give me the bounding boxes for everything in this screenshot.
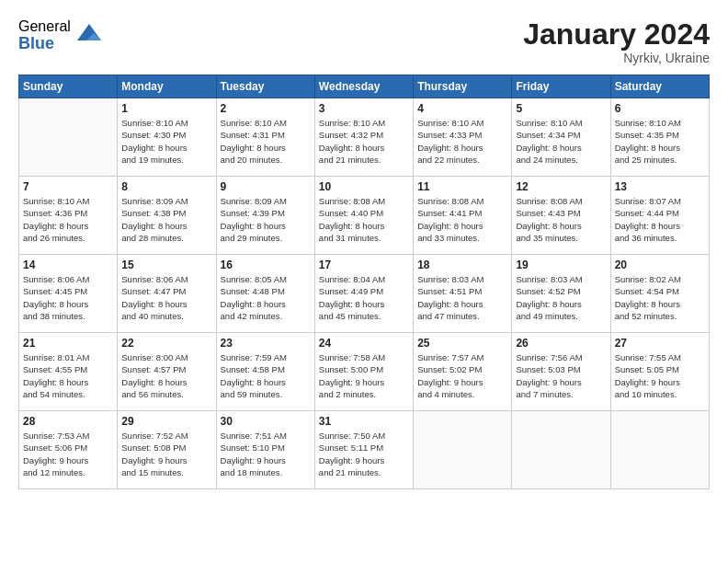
table-row [414, 411, 512, 489]
day-info: Sunrise: 8:09 AMSunset: 4:38 PMDaylight:… [121, 195, 211, 244]
table-row: 14Sunrise: 8:06 AMSunset: 4:45 PMDayligh… [19, 255, 118, 333]
table-row: 16Sunrise: 8:05 AMSunset: 4:48 PMDayligh… [216, 255, 314, 333]
day-number: 1 [121, 102, 211, 115]
day-number: 28 [23, 415, 113, 428]
day-number: 5 [516, 102, 606, 115]
day-number: 27 [615, 337, 705, 350]
logo-text: General Blue [18, 18, 71, 52]
table-row [610, 411, 709, 489]
day-number: 23 [221, 337, 311, 350]
calendar-week-5: 28Sunrise: 7:53 AMSunset: 5:06 PMDayligh… [19, 411, 710, 489]
table-row: 25Sunrise: 7:57 AMSunset: 5:02 PMDayligh… [414, 333, 512, 411]
calendar-week-1: 1Sunrise: 8:10 AMSunset: 4:30 PMDaylight… [19, 98, 710, 177]
day-info: Sunrise: 7:56 AMSunset: 5:03 PMDaylight:… [516, 351, 606, 400]
table-row [19, 98, 118, 177]
calendar-week-2: 7Sunrise: 8:10 AMSunset: 4:36 PMDaylight… [19, 177, 710, 255]
day-number: 17 [319, 259, 409, 271]
day-info: Sunrise: 8:00 AMSunset: 4:57 PMDaylight:… [121, 351, 211, 400]
day-number: 11 [417, 180, 507, 193]
day-info: Sunrise: 8:10 AMSunset: 4:35 PMDaylight:… [615, 117, 705, 166]
table-row: 10Sunrise: 8:08 AMSunset: 4:40 PMDayligh… [314, 177, 413, 255]
calendar-header-row: Sunday Monday Tuesday Wednesday Thursday… [19, 75, 710, 98]
table-row: 26Sunrise: 7:56 AMSunset: 5:03 PMDayligh… [512, 333, 610, 411]
day-number: 9 [221, 180, 311, 193]
table-row: 5Sunrise: 8:10 AMSunset: 4:34 PMDaylight… [512, 98, 610, 177]
day-number: 20 [615, 259, 705, 271]
day-number: 21 [23, 337, 113, 350]
day-info: Sunrise: 7:52 AMSunset: 5:08 PMDaylight:… [121, 430, 211, 478]
day-info: Sunrise: 8:08 AMSunset: 4:43 PMDaylight:… [516, 195, 606, 244]
table-row: 4Sunrise: 8:10 AMSunset: 4:33 PMDaylight… [414, 98, 512, 177]
day-info: Sunrise: 8:05 AMSunset: 4:48 PMDaylight:… [221, 273, 311, 322]
day-info: Sunrise: 8:09 AMSunset: 4:39 PMDaylight:… [221, 195, 311, 244]
table-row: 11Sunrise: 8:08 AMSunset: 4:41 PMDayligh… [414, 177, 512, 255]
calendar-week-3: 14Sunrise: 8:06 AMSunset: 4:45 PMDayligh… [19, 255, 710, 333]
col-saturday: Saturday [610, 75, 709, 98]
day-number: 22 [121, 337, 211, 350]
logo: General Blue [18, 18, 103, 52]
day-number: 26 [516, 337, 606, 350]
day-number: 24 [319, 337, 409, 350]
title-area: January 2024 Nyrkiv, Ukraine [523, 18, 710, 65]
table-row: 28Sunrise: 7:53 AMSunset: 5:06 PMDayligh… [19, 411, 118, 489]
table-row: 24Sunrise: 7:58 AMSunset: 5:00 PMDayligh… [314, 333, 413, 411]
col-thursday: Thursday [414, 75, 512, 98]
table-row: 30Sunrise: 7:51 AMSunset: 5:10 PMDayligh… [216, 411, 314, 489]
day-info: Sunrise: 8:06 AMSunset: 4:45 PMDaylight:… [23, 273, 113, 322]
day-info: Sunrise: 8:10 AMSunset: 4:33 PMDaylight:… [417, 117, 507, 166]
day-info: Sunrise: 8:03 AMSunset: 4:51 PMDaylight:… [417, 273, 507, 322]
table-row: 27Sunrise: 7:55 AMSunset: 5:05 PMDayligh… [610, 333, 709, 411]
table-row: 22Sunrise: 8:00 AMSunset: 4:57 PMDayligh… [118, 333, 216, 411]
day-number: 15 [121, 259, 211, 271]
day-info: Sunrise: 8:10 AMSunset: 4:31 PMDaylight:… [221, 117, 311, 166]
table-row: 15Sunrise: 8:06 AMSunset: 4:47 PMDayligh… [118, 255, 216, 333]
day-number: 10 [319, 180, 409, 193]
day-number: 31 [319, 415, 409, 428]
location: Nyrkiv, Ukraine [523, 51, 710, 65]
table-row: 2Sunrise: 8:10 AMSunset: 4:31 PMDaylight… [216, 98, 314, 177]
day-info: Sunrise: 8:02 AMSunset: 4:54 PMDaylight:… [615, 273, 705, 322]
day-info: Sunrise: 7:51 AMSunset: 5:10 PMDaylight:… [221, 430, 311, 478]
logo-general: General [18, 18, 71, 35]
table-row: 8Sunrise: 8:09 AMSunset: 4:38 PMDaylight… [118, 177, 216, 255]
table-row: 18Sunrise: 8:03 AMSunset: 4:51 PMDayligh… [414, 255, 512, 333]
table-row: 31Sunrise: 7:50 AMSunset: 5:11 PMDayligh… [314, 411, 413, 489]
col-wednesday: Wednesday [314, 75, 413, 98]
month-title: January 2024 [523, 18, 710, 51]
day-number: 18 [417, 259, 507, 271]
day-info: Sunrise: 8:10 AMSunset: 4:32 PMDaylight:… [319, 117, 409, 166]
day-info: Sunrise: 8:03 AMSunset: 4:52 PMDaylight:… [516, 273, 606, 322]
day-number: 2 [221, 102, 311, 115]
table-row: 7Sunrise: 8:10 AMSunset: 4:36 PMDaylight… [19, 177, 118, 255]
day-number: 13 [615, 180, 705, 193]
table-row: 3Sunrise: 8:10 AMSunset: 4:32 PMDaylight… [314, 98, 413, 177]
day-info: Sunrise: 7:55 AMSunset: 5:05 PMDaylight:… [615, 351, 705, 400]
table-row: 23Sunrise: 7:59 AMSunset: 4:58 PMDayligh… [216, 333, 314, 411]
day-info: Sunrise: 8:08 AMSunset: 4:40 PMDaylight:… [319, 195, 409, 244]
header: General Blue January 2024 Nyrkiv, Ukrain… [18, 18, 710, 65]
day-number: 6 [615, 102, 705, 115]
table-row: 19Sunrise: 8:03 AMSunset: 4:52 PMDayligh… [512, 255, 610, 333]
col-friday: Friday [512, 75, 610, 98]
day-number: 30 [221, 415, 311, 428]
day-number: 14 [23, 259, 113, 271]
calendar-week-4: 21Sunrise: 8:01 AMSunset: 4:55 PMDayligh… [19, 333, 710, 411]
logo-blue: Blue [18, 35, 71, 53]
day-number: 8 [121, 180, 211, 193]
day-info: Sunrise: 7:57 AMSunset: 5:02 PMDaylight:… [417, 351, 507, 400]
page: General Blue January 2024 Nyrkiv, Ukrain… [0, 0, 728, 563]
day-number: 7 [23, 180, 113, 193]
day-number: 3 [319, 102, 409, 115]
day-info: Sunrise: 8:06 AMSunset: 4:47 PMDaylight:… [121, 273, 211, 322]
table-row: 17Sunrise: 8:04 AMSunset: 4:49 PMDayligh… [314, 255, 413, 333]
col-monday: Monday [118, 75, 216, 98]
table-row: 9Sunrise: 8:09 AMSunset: 4:39 PMDaylight… [216, 177, 314, 255]
day-info: Sunrise: 8:10 AMSunset: 4:30 PMDaylight:… [121, 117, 211, 166]
day-info: Sunrise: 7:59 AMSunset: 4:58 PMDaylight:… [221, 351, 311, 400]
day-number: 19 [516, 259, 606, 271]
day-info: Sunrise: 7:58 AMSunset: 5:00 PMDaylight:… [319, 351, 409, 400]
logo-icon [75, 22, 103, 50]
table-row: 29Sunrise: 7:52 AMSunset: 5:08 PMDayligh… [118, 411, 216, 489]
day-info: Sunrise: 8:10 AMSunset: 4:34 PMDaylight:… [516, 117, 606, 166]
table-row: 13Sunrise: 8:07 AMSunset: 4:44 PMDayligh… [610, 177, 709, 255]
